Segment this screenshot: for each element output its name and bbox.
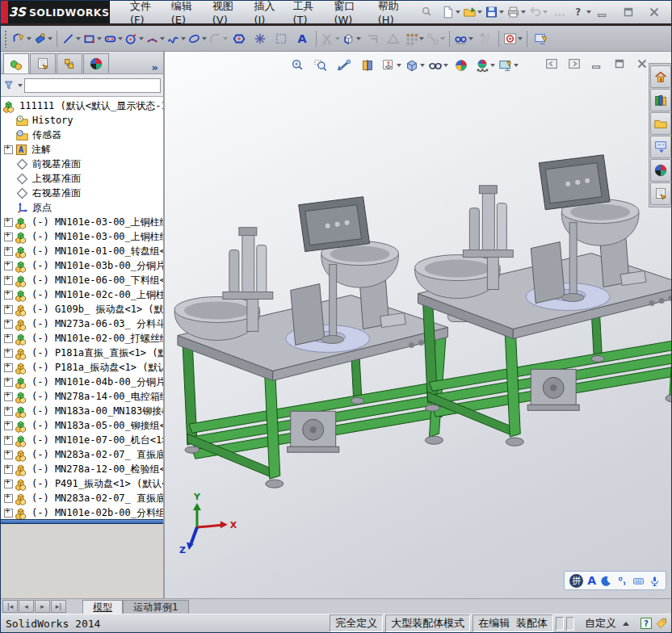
expand-toggle-icon[interactable] [4,421,13,430]
tree-item[interactable]: (-) MN278a-12-00_检验组<1> [1,462,163,476]
text-icon[interactable] [292,28,313,49]
dropdown-caret[interactable] [419,37,424,40]
hide-show-items-icon[interactable] [426,55,449,76]
tree-item[interactable]: 注解 [1,142,163,157]
custom-up-caret[interactable] [623,622,629,626]
circle-icon[interactable] [124,28,145,49]
taskpane-design-library-icon[interactable] [650,89,671,111]
expand-toggle-icon[interactable] [4,174,14,183]
tree-item[interactable]: (-) MN183a-05-00_铆接组<1> [1,418,163,433]
tree-item[interactable]: (-) MN183a-00_MN183铆接机< [1,404,163,418]
minimize-button[interactable] [592,2,613,23]
first-tab-icon[interactable]: |◂ [2,600,18,613]
status-custom-toolbar[interactable]: 自定义 [577,616,637,631]
taskpane-resources-icon[interactable] [650,65,671,88]
dropdown-caret[interactable] [27,37,32,40]
collapse-left-pane-icon[interactable] [544,57,560,71]
expand-toggle-icon[interactable] [4,305,13,314]
dropdown-caret[interactable] [48,37,52,40]
tree-item[interactable]: 上视基准面 [1,171,163,186]
view-settings-icon[interactable] [497,55,519,76]
expand-toggle-icon[interactable] [4,188,14,198]
tree-item[interactable]: (-) MN101e-03b-00_分铜片组 [1,258,163,273]
centerpoint-arc-icon[interactable] [145,28,166,49]
filter-caret[interactable] [18,84,23,87]
dropdown-caret[interactable] [468,37,473,40]
expand-toggle-icon[interactable] [4,203,14,212]
tab-propertymanager[interactable] [30,53,56,73]
expand-toggle-icon[interactable] [4,320,13,329]
dropdown-caret[interactable] [490,64,495,67]
print-icon[interactable] [506,2,527,23]
collapse-right-pane-icon[interactable] [566,57,582,71]
quick-snaps-icon[interactable] [502,28,523,49]
select-icon[interactable] [271,28,292,49]
taskpane-view-palette-icon[interactable] [650,136,671,158]
tree-item[interactable]: (-) MN101e-03-00_上铜柱组< [1,215,163,229]
open-document-icon[interactable] [462,2,483,23]
toolbar-drag-handle[interactable] [4,30,8,48]
expand-toggle-icon[interactable] [4,494,13,503]
zoom-to-fit-icon[interactable] [286,55,309,76]
tree-item[interactable]: (-) P181a_振动盘<1> (默认< [1,360,163,375]
tree-item[interactable]: (-) MN101e-02b-00_分料组<1 [1,505,163,519]
repair-sketch-icon[interactable] [474,28,495,49]
dropdown-caret[interactable] [518,37,523,40]
dropdown-caret[interactable] [521,10,526,14]
tree-item[interactable]: (-) G109b_ 振动盘<1> (默认 [1,302,163,316]
dropdown-caret[interactable] [160,37,165,40]
undo-icon[interactable] [527,2,548,23]
dropdown-caret[interactable] [514,64,519,67]
dropdown-caret[interactable] [477,10,482,14]
ime-punctuation-icon[interactable] [616,575,628,587]
linear-sketch-pattern-icon[interactable] [404,28,425,49]
graphics-viewport[interactable]: Y X Z 拼 A [165,52,671,598]
tree-item[interactable]: (-) MN101e-07-00_机台<1> [1,433,163,447]
dropdown-caret[interactable] [443,64,448,67]
ime-fullwidth-icon[interactable] [600,575,612,587]
tree-item[interactable]: (-) MN101e-02-00_打螺丝组< [1,331,163,346]
tree-item[interactable]: 传感器 [1,128,163,142]
display-relations-icon[interactable] [453,28,474,49]
last-tab-icon[interactable]: ▸| [51,600,66,613]
polygon-icon[interactable] [229,28,250,49]
expand-toggle-icon[interactable] [4,115,14,125]
expand-toggle-icon[interactable] [4,465,13,474]
save-icon[interactable] [484,2,505,23]
ellipse-icon[interactable] [187,28,208,49]
point-icon[interactable] [250,28,271,49]
expand-toggle-icon[interactable] [4,233,13,241]
expand-toggle-icon[interactable] [4,291,13,300]
expand-toggle-icon[interactable] [4,509,13,518]
dropdown-caret[interactable] [202,37,207,40]
document-tab[interactable]: 模型 [82,600,123,614]
child-close-icon[interactable] [634,57,650,71]
sketch-icon[interactable] [11,28,32,49]
ime-microphone-icon[interactable] [649,575,661,587]
expand-toggle-icon[interactable] [4,378,13,387]
expand-toggle-icon[interactable] [4,363,13,372]
tree-item[interactable]: History [1,113,163,128]
ime-softkeyboard-icon[interactable] [632,575,645,587]
sketch-settings-icon[interactable] [531,28,552,49]
tree-item[interactable]: 原点 [1,200,163,215]
smart-dimension-icon[interactable] [32,28,53,49]
dropdown-caret[interactable] [139,37,144,40]
section-view-icon[interactable] [356,55,379,76]
expand-toggle-icon[interactable] [4,218,13,227]
taskpane-file-explorer-icon[interactable] [650,112,671,135]
tree-item[interactable]: 前视基准面 [1,157,163,171]
move-entities-icon[interactable] [425,28,446,49]
options-icon[interactable] [549,2,570,23]
expand-toggle-icon[interactable] [4,145,13,154]
new-document-icon[interactable] [440,2,461,23]
prev-tab-icon[interactable]: ◂ [19,600,34,613]
tree-item[interactable]: (-) MN273a-06-03_ 分料斗<1 [1,316,163,331]
tree-item[interactable]: (-) MN278a-14-00_电控箱组< [1,389,163,404]
expand-toggle-icon[interactable] [4,392,13,401]
tree-item[interactable]: (-) MN101e-03-00_上铜柱组< [1,229,163,244]
dropdown-caret[interactable] [420,64,425,67]
tab-displaymanager[interactable] [83,53,109,73]
pin-icon[interactable] [416,1,437,22]
sketch-fillet-icon[interactable] [208,28,229,49]
